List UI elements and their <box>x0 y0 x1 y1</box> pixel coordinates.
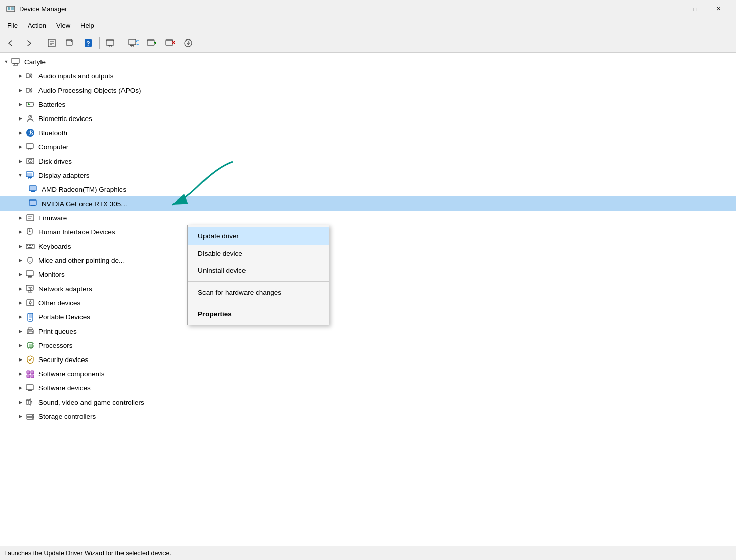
nvidia-label: NVIDIA GeForce RTX 305... <box>42 200 127 208</box>
tree-item-amd-radeon[interactable]: AMD Radeon(TM) Graphics <box>0 182 736 196</box>
tree-item-storage[interactable]: ▶ Storage controllers <box>0 409 736 423</box>
ctx-update-driver[interactable]: Update driver <box>188 227 329 245</box>
storage-expand[interactable]: ▶ <box>16 412 24 420</box>
hid-expand[interactable]: ▶ <box>16 228 24 236</box>
svg-rect-58 <box>27 215 34 221</box>
tree-item-print[interactable]: ▶ Print queues <box>0 324 736 338</box>
monitors-expand[interactable]: ▶ <box>16 270 24 278</box>
display-expand[interactable]: ▼ <box>16 171 24 179</box>
root-expand-icon[interactable]: ▼ <box>2 58 10 66</box>
svg-text:ℬ: ℬ <box>28 130 33 137</box>
firmware-expand[interactable]: ▶ <box>16 214 24 222</box>
mice-icon <box>25 255 35 265</box>
tree-item-monitors[interactable]: ▶ Monitors <box>0 267 736 282</box>
toolbar-update-driver-button[interactable] <box>61 36 78 50</box>
menu-action[interactable]: Action <box>23 20 51 31</box>
display-label: Display adapters <box>38 172 90 179</box>
svg-rect-55 <box>31 191 35 192</box>
tree-item-disk[interactable]: ▶ Disk drives <box>0 154 736 168</box>
toolbar-forward-button[interactable] <box>20 36 37 50</box>
toolbar-scan-button[interactable] <box>125 36 142 50</box>
ctx-disable-device[interactable]: Disable device <box>188 245 329 262</box>
tree-item-processors[interactable]: ▶ Proces <box>0 338 736 352</box>
device-tree: ▼ Carlyle ▶ Au <box>0 55 736 423</box>
tree-item-hid[interactable]: ▶ Human Interface Devices <box>0 225 736 239</box>
portable-expand[interactable]: ▶ <box>16 313 24 321</box>
tree-item-software-comp[interactable]: ▶ Software components <box>0 367 736 381</box>
context-menu: Update driver Disable device Uninstall d… <box>187 225 329 325</box>
svg-rect-28 <box>13 63 18 64</box>
disk-expand[interactable]: ▶ <box>16 157 24 165</box>
tree-item-audio-apo[interactable]: ▶ Audio Processing Objects (APOs) <box>0 83 736 97</box>
svg-point-39 <box>30 116 31 117</box>
tree-item-batteries[interactable]: ▶ Batteries <box>0 97 736 111</box>
menu-view[interactable]: View <box>51 20 75 31</box>
other-expand[interactable]: ▶ <box>16 299 24 307</box>
processors-expand[interactable]: ▶ <box>16 341 24 349</box>
menu-help[interactable]: Help <box>75 20 99 31</box>
tree-item-audio-inputs[interactable]: ▶ Audio inputs and outputs <box>0 69 736 83</box>
tree-item-keyboards[interactable]: ▶ Keyboards <box>0 239 736 253</box>
network-expand[interactable]: ▶ <box>16 285 24 293</box>
tree-item-portable[interactable]: ▶ Portable Devices <box>0 310 736 324</box>
minimize-button[interactable]: — <box>660 0 683 18</box>
software-comp-expand[interactable]: ▶ <box>16 370 24 378</box>
toolbar-download-button[interactable] <box>180 36 197 50</box>
mice-expand[interactable]: ▶ <box>16 256 24 264</box>
tree-item-software-dev[interactable]: ▶ Software devices <box>0 381 736 395</box>
ctx-properties[interactable]: Properties <box>188 305 329 323</box>
software-dev-expand[interactable]: ▶ <box>16 384 24 392</box>
toolbar-properties-button[interactable] <box>43 36 60 50</box>
toolbar-separator-3 <box>122 37 122 49</box>
maximize-button[interactable]: □ <box>683 0 707 18</box>
svg-rect-42 <box>26 144 33 148</box>
toolbar-add-device-button[interactable] <box>143 36 160 50</box>
status-text: Launches the Update Driver Wizard for th… <box>4 550 171 557</box>
batteries-expand[interactable]: ▶ <box>16 100 24 108</box>
ctx-uninstall-device[interactable]: Uninstall device <box>188 262 329 279</box>
tree-item-biometric[interactable]: ▶ Biometric devices <box>0 111 736 126</box>
toolbar-help-button[interactable]: ? <box>79 36 97 50</box>
hid-icon <box>25 227 35 237</box>
window-controls: — □ ✕ <box>660 0 730 18</box>
sound-expand[interactable]: ▶ <box>16 398 24 406</box>
tree-item-bluetooth[interactable]: ▶ ℬ Bluetooth <box>0 126 736 140</box>
tree-item-firmware[interactable]: ▶ Firmware <box>0 211 736 225</box>
svg-rect-93 <box>28 332 32 333</box>
close-button[interactable]: ✕ <box>707 0 730 18</box>
network-label: Network adapters <box>38 285 92 293</box>
computer-expand[interactable]: ▶ <box>16 143 24 151</box>
security-expand[interactable]: ▶ <box>16 355 24 364</box>
keyboards-expand[interactable]: ▶ <box>16 242 24 250</box>
audio-apo-expand[interactable]: ▶ <box>16 86 24 94</box>
audio-apo-label: Audio Processing Objects (APOs) <box>38 87 141 94</box>
svg-point-85 <box>29 302 31 304</box>
toolbar-uninstall-button[interactable] <box>161 36 179 50</box>
svg-rect-111 <box>27 375 30 378</box>
other-icon <box>25 298 35 308</box>
biometric-expand[interactable]: ▶ <box>16 114 24 123</box>
firmware-icon <box>25 213 35 223</box>
portable-label: Portable Devices <box>38 313 90 321</box>
tree-item-nvidia[interactable]: NVIDIA GeForce RTX 305... <box>0 196 736 211</box>
storage-icon <box>25 411 35 421</box>
tree-item-computer[interactable]: ▶ Computer <box>0 140 736 154</box>
tree-item-other[interactable]: ▶ Other devices <box>0 296 736 310</box>
tree-root-item[interactable]: ▼ Carlyle <box>0 55 736 69</box>
ctx-scan-hardware[interactable]: Scan for hardware changes <box>188 284 329 301</box>
tree-item-security[interactable]: ▶ Security devices <box>0 352 736 367</box>
tree-item-mice[interactable]: ▶ Mice and other pointing de... <box>0 253 736 267</box>
tree-item-display[interactable]: ▼ Display adapters <box>0 168 736 182</box>
audio-inputs-expand[interactable]: ▶ <box>16 72 24 80</box>
tree-item-sound[interactable]: ▶ Sound, video and game controllers <box>0 395 736 409</box>
svg-point-83 <box>30 289 31 290</box>
svg-rect-73 <box>26 271 33 276</box>
toolbar-back-button[interactable] <box>2 36 19 50</box>
tree-item-network[interactable]: ▶ Network adapters <box>0 282 736 296</box>
print-expand[interactable]: ▶ <box>16 327 24 335</box>
bluetooth-expand[interactable]: ▶ <box>16 129 24 137</box>
toolbar-show-hidden-button[interactable] <box>102 36 119 50</box>
menu-file[interactable]: File <box>2 20 23 31</box>
svg-rect-110 <box>31 371 34 374</box>
svg-rect-12 <box>108 45 112 46</box>
